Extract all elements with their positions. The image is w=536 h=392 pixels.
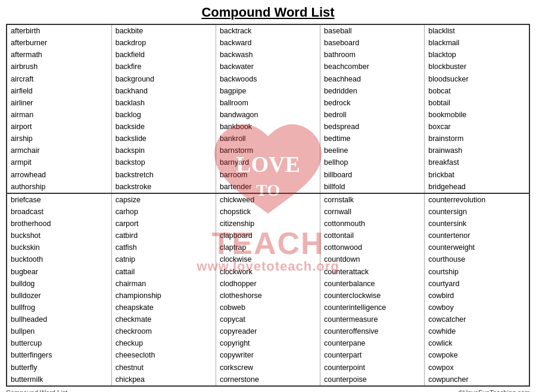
list-item: clodhopper [216,278,320,290]
list-item: barnstorm [216,145,320,156]
list-item: backbite [111,25,216,37]
list-item: background [111,73,216,85]
list-item: citizenship [216,218,320,230]
list-item: clotheshorse [216,290,320,302]
list-item: bullpen [7,325,111,337]
list-item: broadcast [7,206,111,218]
list-item: airfield [7,85,111,97]
list-item: afterbirth [7,25,111,37]
list-item: bartender [216,181,320,193]
list-item: bedroll [320,109,425,121]
list-item: blacklist [425,25,529,37]
list-item: checkroom [111,325,216,337]
list-item: bedtime [320,133,425,145]
list-item: baseboard [320,37,425,49]
footer: Compound Word List ©HaveFunTeaching.com [6,389,530,392]
list-item: counterrevolution [425,193,529,206]
page: Compound Word List afterbirthbackbitebac… [0,0,536,392]
list-item: bloodsucker [425,73,529,85]
list-item: cowhide [425,325,529,337]
list-item: cattail [111,266,216,278]
list-item: clapboard [216,230,320,242]
list-item: backstop [111,156,216,168]
list-item: counterpoint [320,362,425,374]
list-item: backspin [111,145,216,156]
list-item: countersink [425,218,529,230]
list-item: cornwall [320,206,425,218]
list-item: counterpane [320,337,425,349]
list-item: backstroke [111,181,216,193]
list-item: backlash [111,97,216,109]
list-item: bullfrog [7,302,111,313]
list-item: catfish [111,242,216,253]
list-item: clockwise [216,253,320,265]
list-item: checkup [111,337,216,349]
list-item: butterfingers [7,349,111,361]
list-item: carport [111,218,216,230]
list-item: bugbear [7,266,111,278]
list-item: bobtail [425,97,529,109]
list-item: backhand [111,85,216,97]
list-item: capsize [111,193,216,206]
list-item: catnip [111,253,216,265]
list-item: cowbird [425,290,529,302]
list-item: carhop [111,206,216,218]
list-item: counterclockwise [320,290,425,302]
list-item: blacktop [425,49,529,61]
list-item: chickweed [216,193,320,206]
list-item: billboard [320,169,425,181]
list-item: airliner [7,97,111,109]
list-item: cobweb [216,302,320,313]
list-item: armpit [7,156,111,168]
list-item: ballroom [216,97,320,109]
list-item: counterbalance [320,278,425,290]
list-item: courthouse [425,253,529,265]
list-item: afterburner [7,37,111,49]
list-item: backwash [216,49,320,61]
list-item: briefcase [7,193,111,206]
list-item: butterfly [7,362,111,374]
list-item: backtrack [216,25,320,37]
list-item: bridgehead [425,181,529,193]
list-item: backslide [111,133,216,145]
list-item: buckshot [7,230,111,242]
footer-right: ©HaveFunTeaching.com [458,389,530,392]
list-item: brainstorm [425,133,529,145]
list-item: countdown [320,253,425,265]
list-item: beeline [320,145,425,156]
list-item: blockbuster [425,61,529,73]
list-item: barnyard [216,156,320,168]
list-item: backside [111,121,216,133]
list-item: chestnut [111,362,216,374]
list-item: claptrap [216,242,320,253]
list-item: cornstalk [320,193,425,206]
list-item: beachhead [320,73,425,85]
list-item: cornerstone [216,374,320,385]
list-item: copyreader [216,325,320,337]
list-item: buttermilk [7,374,111,385]
list-item: baseball [320,25,425,37]
word-table: afterbirthbackbitebacktrackbaseballblack… [7,25,529,385]
list-item: boxcar [425,121,529,133]
list-item: bookmobile [425,109,529,121]
list-item: cottonmouth [320,218,425,230]
list-item: airbrush [7,61,111,73]
list-item: airman [7,109,111,121]
list-item: backfield [111,49,216,61]
list-item: cowcatcher [425,313,529,325]
word-table-container: afterbirthbackbitebacktrackbaseballblack… [6,24,530,387]
list-item: arrowhead [7,169,111,181]
list-item: bankbook [216,121,320,133]
list-item: buttercup [7,337,111,349]
list-item: backstretch [111,169,216,181]
list-item: checkmate [111,313,216,325]
list-item: chickpea [111,374,216,385]
list-item: courtyard [425,278,529,290]
list-item: cowpox [425,362,529,374]
list-item: brickbat [425,169,529,181]
list-item: courtship [425,266,529,278]
list-item: bedrock [320,97,425,109]
list-item: championship [111,290,216,302]
list-item: corkscrew [216,362,320,374]
list-item: backfire [111,61,216,73]
